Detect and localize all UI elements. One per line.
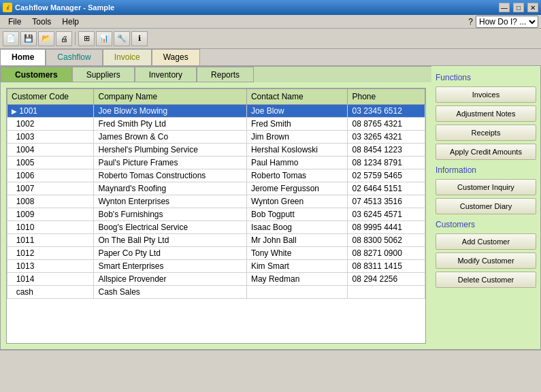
contact-name: Bob Togputt [246, 208, 348, 221]
contact-name: Hershal Koslowski [246, 144, 348, 157]
table-row[interactable]: 1012Paper Co Pty LtdTony White08 8271 09… [7, 247, 425, 260]
information-section-title: Information [436, 165, 536, 175]
tab-wages[interactable]: Wages [152, 49, 200, 65]
row-indicator: 1013 [7, 260, 94, 273]
toolbar: 📄 💾 📂 🖨 ⊞ 📊 🔧 ℹ [0, 29, 541, 49]
phone-number: 03 3265 4321 [348, 131, 425, 144]
row-indicator: 1010 [7, 221, 94, 234]
contact-name: Kim Smart [246, 260, 348, 273]
contact-name: Wynton Green [246, 195, 348, 208]
contact-name: May Redman [246, 273, 348, 286]
chart-button[interactable]: 📊 [96, 31, 112, 46]
tab-reports[interactable]: Reports [197, 67, 254, 82]
contact-name: Paul Hammo [246, 157, 348, 169]
apply-credit-button[interactable]: Apply Credit Amounts [436, 144, 536, 160]
new-button[interactable]: 📄 [3, 31, 19, 46]
table-row[interactable]: 1009Bob's FurnishingsBob Togputt03 6245 … [7, 208, 425, 221]
row-indicator: 1004 [7, 144, 94, 157]
customers-section-title: Customers [436, 220, 536, 229]
invoices-button[interactable]: Invoices [436, 86, 536, 103]
tab-home[interactable]: Home [0, 49, 46, 65]
company-name: Bob's Furnishings [94, 208, 246, 221]
delete-customer-button[interactable]: Delete Customer [436, 272, 536, 288]
grid-button[interactable]: ⊞ [78, 31, 95, 46]
menu-file[interactable]: File [3, 16, 27, 28]
table-row[interactable]: ▶ 1001Joe Blow's MowingJoe Blow03 2345 6… [7, 105, 425, 118]
phone-number: 02 5759 5465 [348, 169, 425, 182]
how-do-i-dropdown[interactable]: How Do I? ... [476, 16, 538, 28]
sub-tabs: Customers Suppliers Inventory Reports [1, 66, 431, 82]
titlebar: 💰 Cashflow Manager - Sample — □ ✕ [0, 0, 541, 15]
contact-name [246, 286, 348, 299]
table-row[interactable]: 1002Fred Smith Pty LtdFred Smith08 8765 … [7, 118, 425, 131]
menu-help[interactable]: Help [56, 16, 84, 28]
tools-button[interactable]: 🔧 [114, 31, 130, 46]
table-row[interactable]: cashCash Sales [7, 286, 425, 299]
table-row[interactable]: 1003James Brown & CoJim Brown03 3265 432… [7, 131, 425, 144]
row-indicator: 1003 [7, 131, 94, 144]
tab-customers[interactable]: Customers [1, 67, 72, 82]
company-name: Maynard's Roofing [94, 182, 246, 195]
company-name: Smart Enterprises [94, 260, 246, 273]
table-row[interactable]: 1011On The Ball Pty LtdMr John Ball08 83… [7, 234, 425, 247]
open-button[interactable]: 📂 [38, 31, 54, 46]
table-row[interactable]: 1014Allspice ProvenderMay Redman08 294 2… [7, 273, 425, 286]
tab-suppliers[interactable]: Suppliers [72, 67, 135, 82]
table-row[interactable]: 1008Wynton EnterprisesWynton Green07 451… [7, 195, 425, 208]
phone-number: 03 2345 6512 [348, 105, 425, 118]
tab-invoice[interactable]: Invoice [103, 49, 152, 65]
col-code: Customer Code [7, 89, 94, 105]
help-icon: ? [468, 17, 473, 27]
close-button[interactable]: ✕ [527, 3, 538, 12]
customer-table[interactable]: Customer Code Company Name Contact Name … [6, 88, 426, 344]
phone-number [348, 286, 425, 299]
company-name: Paul's Picture Frames [94, 157, 246, 169]
contact-name: Jim Brown [246, 131, 348, 144]
company-name: Fred Smith Pty Ltd [94, 118, 246, 131]
contact-name: Tony White [246, 247, 348, 260]
add-customer-button[interactable]: Add Customer [436, 233, 536, 250]
table-row[interactable]: 1010Boog's Electrical ServiceIsaac Boog0… [7, 221, 425, 234]
row-indicator: 1008 [7, 195, 94, 208]
table-row[interactable]: 1004Hershel's Plumbing ServiceHershal Ko… [7, 144, 425, 157]
row-indicator: 1005 [7, 157, 94, 169]
modify-customer-button[interactable]: Modify Customer [436, 252, 536, 269]
tab-cashflow[interactable]: Cashflow [46, 49, 102, 65]
row-indicator: 1012 [7, 247, 94, 260]
contact-name: Isaac Boog [246, 221, 348, 234]
receipts-button[interactable]: Receipts [436, 125, 536, 141]
company-name: Hershel's Plumbing Service [94, 144, 246, 157]
company-name: Roberto Tomas Constructions [94, 169, 246, 182]
minimize-button[interactable]: — [499, 3, 510, 12]
contact-name: Joe Blow [246, 105, 348, 118]
contact-name: Roberto Tomas [246, 169, 348, 182]
phone-number: 08 294 2256 [348, 273, 425, 286]
phone-number: 08 8311 1415 [348, 260, 425, 273]
phone-number: 02 6464 5151 [348, 182, 425, 195]
adjustment-notes-button[interactable]: Adjustment Notes [436, 105, 536, 122]
menu-tools[interactable]: Tools [27, 16, 56, 28]
info-button[interactable]: ℹ [131, 31, 148, 46]
save-button[interactable]: 💾 [20, 31, 37, 46]
row-indicator: cash [7, 286, 94, 299]
row-indicator: ▶ 1001 [7, 105, 94, 118]
functions-panel: Functions Invoices Adjustment Notes Rece… [431, 66, 540, 349]
company-name: Paper Co Pty Ltd [94, 247, 246, 260]
contact-name: Mr John Ball [246, 234, 348, 247]
table-row[interactable]: 1005Paul's Picture FramesPaul Hammo08 12… [7, 157, 425, 169]
tab-inventory[interactable]: Inventory [135, 67, 197, 82]
phone-number: 08 9995 4441 [348, 221, 425, 234]
row-indicator: 1011 [7, 234, 94, 247]
customer-inquiry-button[interactable]: Customer Inquiry [436, 179, 536, 195]
table-row[interactable]: 1006Roberto Tomas ConstructionsRoberto T… [7, 169, 425, 182]
phone-number: 08 8300 5062 [348, 234, 425, 247]
table-row[interactable]: 1007Maynard's RoofingJerome Fergusson02 … [7, 182, 425, 195]
phone-number: 03 6245 4571 [348, 208, 425, 221]
company-name: James Brown & Co [94, 131, 246, 144]
customer-diary-button[interactable]: Customer Diary [436, 198, 536, 214]
table-row[interactable]: 1013Smart EnterprisesKim Smart08 8311 14… [7, 260, 425, 273]
phone-number: 07 4513 3516 [348, 195, 425, 208]
print-button[interactable]: 🖨 [56, 31, 72, 46]
maximize-button[interactable]: □ [513, 3, 524, 12]
statusbar [0, 350, 541, 363]
